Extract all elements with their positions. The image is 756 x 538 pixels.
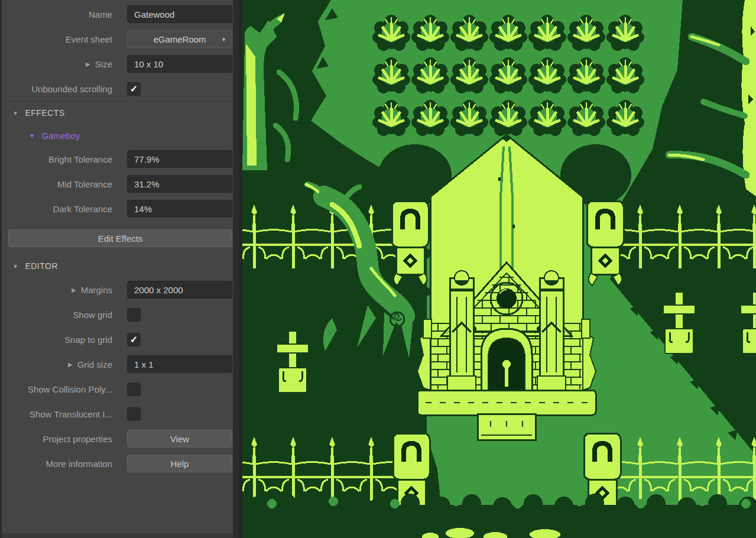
view-button[interactable]: View bbox=[127, 430, 232, 448]
more-information-label: More information bbox=[2, 459, 112, 469]
editor-section-title: EDITOR bbox=[25, 261, 58, 271]
collapse-arrow-icon: ▼ bbox=[29, 132, 35, 139]
property-row-size: ▶ Size bbox=[2, 51, 233, 76]
editor-section-header[interactable]: ▼ EDITOR bbox=[2, 255, 233, 277]
expand-arrow-icon[interactable]: ▶ bbox=[86, 61, 90, 67]
gate-pillar-upper-left bbox=[392, 201, 429, 286]
bright-tolerance-label: Bright Tolerance bbox=[2, 154, 112, 164]
property-row-show-collision: Show Collision Poly... bbox=[2, 377, 233, 401]
show-translucent-label: Show Translucent I... bbox=[2, 409, 112, 419]
project-properties-label: Project properties bbox=[2, 434, 112, 444]
mid-tolerance-input[interactable] bbox=[127, 175, 232, 193]
expand-arrow-icon[interactable]: ▶ bbox=[72, 287, 76, 293]
bright-tolerance-input[interactable] bbox=[127, 150, 232, 168]
dark-tolerance-label: Dark Tolerance bbox=[2, 204, 112, 214]
property-row-dark-tolerance: Dark Tolerance bbox=[2, 196, 233, 221]
grid-size-input[interactable] bbox=[127, 355, 232, 373]
property-row-mid-tolerance: Mid Tolerance bbox=[2, 171, 233, 196]
show-collision-label: Show Collision Poly... bbox=[2, 384, 112, 394]
property-row-more-information: More information Help bbox=[2, 451, 233, 476]
property-row-show-translucent: Show Translucent I... bbox=[2, 401, 233, 426]
event-sheet-dropdown[interactable]: eGameRoom ▼ bbox=[127, 30, 232, 48]
show-grid-checkbox[interactable] bbox=[127, 308, 141, 322]
horizontal-scrollbar[interactable] bbox=[2, 533, 233, 538]
effects-section-title: EFFECTS bbox=[25, 108, 64, 118]
properties-panel: Name Event sheet eGameRoom ▼ ▶ Size Unbo… bbox=[0, 0, 233, 538]
expand-arrow-icon[interactable]: ▶ bbox=[68, 361, 73, 368]
property-row-unbounded-scrolling: Unbounded scrolling ✓ bbox=[2, 76, 233, 101]
gameboy-effect-header[interactable]: ▼ Gameboy bbox=[2, 124, 233, 147]
layout-view[interactable] bbox=[242, 0, 756, 538]
property-row-name: Name bbox=[2, 2, 233, 27]
property-row-bright-tolerance: Bright Tolerance bbox=[2, 147, 233, 171]
effects-section-header[interactable]: ▼ EFFECTS bbox=[2, 102, 233, 124]
checkmark-icon: ✓ bbox=[130, 335, 138, 345]
snap-to-grid-checkbox[interactable]: ✓ bbox=[127, 333, 141, 346]
vertical-scrollbar[interactable] bbox=[233, 0, 239, 538]
show-grid-label: Show grid bbox=[2, 310, 112, 320]
property-row-project-properties: Project properties View bbox=[2, 426, 233, 451]
tower-right bbox=[537, 271, 566, 391]
property-row-event-sheet: Event sheet eGameRoom ▼ bbox=[2, 27, 233, 51]
entrance-door bbox=[481, 329, 532, 391]
help-button[interactable]: Help bbox=[127, 455, 232, 472]
size-input[interactable] bbox=[127, 55, 232, 73]
margins-input[interactable] bbox=[127, 281, 232, 299]
size-label: Size bbox=[95, 59, 112, 69]
collapse-arrow-icon: ▼ bbox=[12, 263, 18, 270]
unbounded-scrolling-label: Unbounded scrolling bbox=[2, 84, 112, 94]
checkmark-icon: ✓ bbox=[130, 84, 138, 94]
collapse-arrow-icon: ▼ bbox=[12, 110, 18, 116]
dark-tolerance-input[interactable] bbox=[127, 200, 232, 218]
gameboy-effect-title: Gameboy bbox=[41, 131, 80, 141]
property-row-show-grid: Show grid bbox=[2, 302, 233, 327]
mid-tolerance-label: Mid Tolerance bbox=[2, 179, 112, 189]
unbounded-scrolling-checkbox[interactable]: ✓ bbox=[127, 82, 141, 96]
margins-label: Margins bbox=[81, 285, 112, 295]
name-input[interactable] bbox=[127, 5, 232, 23]
snap-to-grid-label: Snap to grid bbox=[2, 335, 112, 345]
gate-pillar-upper-right bbox=[587, 201, 624, 286]
show-translucent-checkbox[interactable] bbox=[127, 407, 141, 421]
event-sheet-label: Event sheet bbox=[2, 34, 112, 44]
property-row-grid-size: ▶ Grid size bbox=[2, 352, 233, 377]
name-label: Name bbox=[2, 9, 112, 20]
show-collision-checkbox[interactable] bbox=[127, 383, 141, 396]
edit-effects-button[interactable]: Edit Effects bbox=[8, 229, 232, 247]
dropdown-arrow-icon: ▼ bbox=[221, 37, 226, 43]
event-sheet-value: eGameRoom bbox=[153, 34, 206, 44]
grid-size-label: Grid size bbox=[77, 359, 112, 370]
property-row-snap-to-grid: Snap to grid ✓ bbox=[2, 327, 233, 352]
tower-left bbox=[447, 271, 476, 391]
property-row-margins: ▶ Margins bbox=[2, 277, 233, 302]
